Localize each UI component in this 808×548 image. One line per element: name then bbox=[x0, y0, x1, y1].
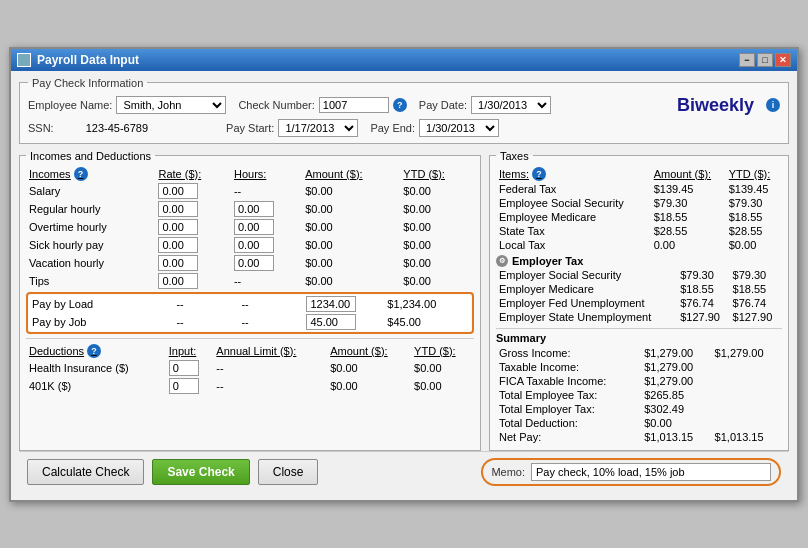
deduction-ytd: $0.00 bbox=[411, 377, 474, 395]
maximize-button[interactable]: □ bbox=[757, 53, 773, 67]
income-hours[interactable] bbox=[231, 236, 302, 254]
income-rate[interactable] bbox=[155, 236, 231, 254]
employer-tax-label: Employer Tax bbox=[512, 255, 583, 267]
check-number-input[interactable] bbox=[319, 97, 389, 113]
summary-name: Total Employee Tax: bbox=[496, 388, 641, 402]
deduction-input[interactable] bbox=[166, 359, 214, 377]
income-amount: $0.00 bbox=[302, 218, 400, 236]
pay-by-load-rate: -- bbox=[173, 295, 238, 313]
pay-start-select[interactable]: 1/17/2013 bbox=[278, 119, 358, 137]
summary-ytd: $1,013.15 bbox=[712, 430, 782, 444]
employer-tax-name: Employer Fed Unemployment bbox=[496, 296, 677, 310]
close-window-button[interactable]: ✕ bbox=[775, 53, 791, 67]
deduction-ytd-header: YTD ($): bbox=[411, 343, 474, 359]
tax-name: Employee Social Security bbox=[496, 196, 651, 210]
ssn-value: 123-45-6789 bbox=[86, 122, 148, 134]
memo-group: Memo: bbox=[481, 458, 781, 486]
income-rate[interactable] bbox=[155, 254, 231, 272]
pay-by-job-hours: -- bbox=[238, 313, 303, 331]
income-rate[interactable] bbox=[155, 218, 231, 236]
income-hours[interactable] bbox=[231, 254, 302, 272]
table-row: Tips -- $0.00 $0.00 bbox=[26, 272, 474, 290]
summary-amount: $0.00 bbox=[641, 416, 711, 430]
summary-section: Summary Gross Income: $1,279.00 $1,279.0… bbox=[496, 328, 782, 444]
income-ytd: $0.00 bbox=[400, 182, 474, 200]
income-ytd: $0.00 bbox=[400, 218, 474, 236]
items-info-icon[interactable]: ? bbox=[532, 167, 546, 181]
income-rate[interactable] bbox=[155, 272, 231, 290]
tax-name: State Tax bbox=[496, 224, 651, 238]
hours-header: Hours: bbox=[231, 166, 302, 182]
income-name: Regular hourly bbox=[26, 200, 155, 218]
highlighted-income-group: Pay by Load -- -- $1,234.00 Pay by Job -… bbox=[26, 292, 474, 334]
app-icon bbox=[17, 53, 31, 67]
deductions-info-icon[interactable]: ? bbox=[87, 344, 101, 358]
pay-by-job-amount[interactable] bbox=[303, 313, 384, 331]
tax-amount: $28.55 bbox=[651, 224, 726, 238]
title-controls: − □ ✕ bbox=[739, 53, 791, 67]
minimize-button[interactable]: − bbox=[739, 53, 755, 67]
deduction-limit-header: Annual Limit ($): bbox=[213, 343, 327, 359]
income-rate[interactable] bbox=[155, 200, 231, 218]
pay-by-load-row: Pay by Load -- -- $1,234.00 bbox=[29, 295, 471, 313]
summary-amount: $1,279.00 bbox=[641, 346, 711, 360]
items-header[interactable]: Items: bbox=[499, 168, 529, 180]
tax-amount-header: Amount ($): bbox=[651, 166, 726, 182]
pay-date-group: Pay Date: 1/30/2013 bbox=[419, 96, 551, 114]
pay-by-load-amount[interactable] bbox=[303, 295, 384, 313]
tax-name: Federal Tax bbox=[496, 182, 651, 196]
summary-ytd bbox=[712, 374, 782, 388]
frequency-label: Biweekly bbox=[677, 95, 754, 116]
pay-start-label: Pay Start: bbox=[226, 122, 274, 134]
deduction-input-header: Input: bbox=[166, 343, 214, 359]
main-panels: Incomes and Deductions Incomes ? Rate ($… bbox=[19, 150, 789, 451]
income-amount: $0.00 bbox=[302, 236, 400, 254]
tax-ytd: $18.55 bbox=[726, 210, 782, 224]
title-bar: Payroll Data Input − □ ✕ bbox=[11, 49, 797, 71]
pay-date-select[interactable]: 1/30/2013 bbox=[471, 96, 551, 114]
income-rate[interactable] bbox=[155, 182, 231, 200]
employer-tax-table: Employer Social Security $79.30 $79.30 E… bbox=[496, 268, 782, 324]
calculate-check-button[interactable]: Calculate Check bbox=[27, 459, 144, 485]
pay-end-select[interactable]: 1/30/2013 bbox=[419, 119, 499, 137]
incomes-info-icon[interactable]: ? bbox=[74, 167, 88, 181]
tax-ytd: $28.55 bbox=[726, 224, 782, 238]
incomes-legend: Incomes and Deductions bbox=[26, 150, 155, 162]
close-button[interactable]: Close bbox=[258, 459, 319, 485]
window-title: Payroll Data Input bbox=[37, 53, 139, 67]
pay-start-group: Pay Start: 1/17/2013 bbox=[226, 119, 358, 137]
employer-tax-icon: ⚙ bbox=[496, 255, 508, 267]
income-name: Salary bbox=[26, 182, 155, 200]
incomes-header[interactable]: Incomes bbox=[29, 168, 71, 180]
pay-end-group: Pay End: 1/30/2013 bbox=[370, 119, 499, 137]
save-check-button[interactable]: Save Check bbox=[152, 459, 249, 485]
deduction-amount: $0.00 bbox=[327, 377, 411, 395]
check-number-info-icon[interactable]: ? bbox=[393, 98, 407, 112]
income-hours[interactable] bbox=[231, 200, 302, 218]
ytd-header: YTD ($): bbox=[400, 166, 474, 182]
summary-name: Taxable Income: bbox=[496, 360, 641, 374]
deduction-input[interactable] bbox=[166, 377, 214, 395]
ssn-group: SSN: 123-45-6789 bbox=[28, 122, 148, 134]
deduction-ytd: $0.00 bbox=[411, 359, 474, 377]
frequency-info-icon[interactable]: i bbox=[766, 98, 780, 112]
employer-tax-amount: $127.90 bbox=[677, 310, 729, 324]
summary-row: Total Employer Tax: $302.49 bbox=[496, 402, 782, 416]
memo-input[interactable] bbox=[531, 463, 771, 481]
deductions-header[interactable]: Deductions bbox=[29, 345, 84, 357]
income-deduction-divider bbox=[26, 338, 474, 339]
deduction-limit: -- bbox=[213, 359, 327, 377]
tax-name: Employee Medicare bbox=[496, 210, 651, 224]
paycheck-row1: Employee Name: Smith, John Check Number:… bbox=[28, 95, 780, 116]
table-row: Regular hourly $0.00 $0.00 bbox=[26, 200, 474, 218]
summary-row: Total Deduction: $0.00 bbox=[496, 416, 782, 430]
income-hours[interactable] bbox=[231, 218, 302, 236]
income-ytd: $0.00 bbox=[400, 272, 474, 290]
employer-tax-header: ⚙ Employer Tax bbox=[496, 255, 782, 267]
summary-row: FICA Taxable Income: $1,279.00 bbox=[496, 374, 782, 388]
tax-amount: 0.00 bbox=[651, 238, 726, 252]
summary-ytd bbox=[712, 402, 782, 416]
employee-select[interactable]: Smith, John bbox=[116, 96, 226, 114]
employee-group: Employee Name: Smith, John bbox=[28, 96, 226, 114]
employer-tax-amount: $76.74 bbox=[677, 296, 729, 310]
